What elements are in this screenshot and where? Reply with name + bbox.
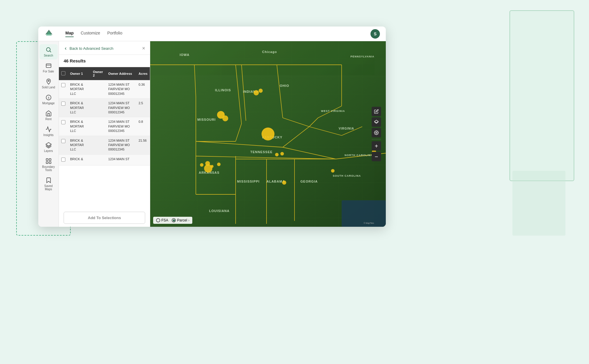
sidebar-label-boundary-tools: Boundary Tools	[41, 165, 57, 172]
cell-address: 1234 MAIN ST	[106, 154, 136, 165]
cell-acres	[136, 154, 150, 165]
svg-text:PENNSYLVANIA: PENNSYLVANIA	[350, 55, 374, 58]
cell-owner1: BRICK & MORTAR LLC	[68, 117, 90, 136]
row-checkbox[interactable]	[61, 83, 65, 87]
cell-address: 1234 MAIN ST FAIRVIEW MO 000012345	[106, 80, 136, 99]
map-toolbar: + −	[372, 107, 381, 161]
svg-text:© MapTiles: © MapTiles	[364, 222, 374, 224]
map-area[interactable]: IOWA Chicago PENNSYLVANIA ILLINOIS INDIA…	[150, 41, 386, 227]
sidebar-item-search[interactable]: Search	[39, 44, 58, 59]
layers-tool-button[interactable]	[372, 118, 381, 127]
search-panel: Back to Advanced Search × 46 Results Own…	[59, 41, 150, 227]
svg-text:SOUTH CAROLINA: SOUTH CAROLINA	[333, 174, 361, 177]
svg-point-87	[200, 163, 203, 167]
panel-header: Back to Advanced Search ×	[59, 41, 150, 55]
svg-point-94	[282, 181, 286, 185]
sidebar-label-sold-land: Sold Land	[42, 86, 55, 89]
row-checkbox[interactable]	[61, 102, 65, 106]
cell-acres: 0.36	[136, 80, 150, 99]
cell-owner2	[90, 136, 106, 154]
table-row[interactable]: BRICK & MORTAR LLC1234 MAIN ST FAIRVIEW …	[59, 99, 150, 117]
back-label: Back to Advanced Search	[70, 46, 113, 51]
main-content: Search For Sale Sold Land $	[38, 41, 386, 227]
svg-text:LOUISIANA: LOUISIANA	[209, 209, 230, 213]
col-address: Owner Address	[106, 67, 136, 80]
sidebar-item-for-sale[interactable]: For Sale	[39, 60, 58, 75]
cell-acres: 21.56	[136, 136, 150, 154]
table-row[interactable]: BRICK & MORTAR LLC1234 MAIN ST FAIRVIEW …	[59, 136, 150, 154]
sidebar-label-search: Search	[44, 54, 53, 57]
close-button[interactable]: ×	[142, 45, 145, 52]
sidebar-label-layers: Layers	[44, 149, 53, 153]
cell-acres: 2.5	[136, 99, 150, 117]
svg-text:IOWA: IOWA	[180, 53, 189, 57]
sidebar-item-sold-land[interactable]: Sold Land	[39, 76, 58, 91]
results-count: 46 Results	[59, 55, 150, 67]
sidebar-label-for-sale: For Sale	[43, 70, 54, 73]
svg-point-91	[275, 153, 279, 156]
svg-text:$: $	[48, 96, 49, 99]
svg-text:NORTH CAROLINA: NORTH CAROLINA	[345, 154, 373, 157]
fsa-radio-indicator	[156, 218, 160, 222]
nav-tabs: Map Customize Portfolio	[65, 31, 362, 37]
svg-text:ILLINOIS: ILLINOIS	[215, 88, 231, 92]
fsa-radio[interactable]: FSA	[156, 218, 168, 222]
svg-text:WEST VIRGINIA: WEST VIRGINIA	[321, 110, 345, 112]
svg-text:Chicago: Chicago	[262, 50, 277, 54]
svg-rect-12	[46, 162, 48, 163]
row-checkbox[interactable]	[61, 158, 65, 162]
svg-rect-11	[49, 159, 51, 161]
app-container: Map Customize Portfolio S Search For S	[38, 27, 386, 227]
sidebar-label-mortgage: Mortgage	[42, 102, 54, 105]
zoom-in-button[interactable]: +	[372, 141, 381, 151]
parcel-radio-indicator	[172, 218, 176, 222]
svg-point-96	[204, 164, 212, 173]
sidebar-item-mortgage[interactable]: $ Mortgage	[39, 92, 58, 107]
cell-acres: 0.8	[136, 117, 150, 136]
col-acres: Acres	[136, 67, 150, 80]
svg-point-92	[280, 152, 284, 155]
sidebar-item-insights[interactable]: Insights	[39, 124, 58, 139]
svg-point-83	[222, 115, 228, 121]
tab-customize[interactable]: Customize	[81, 31, 100, 37]
table-row[interactable]: BRICK & MORTAR LLC1234 MAIN ST FAIRVIEW …	[59, 80, 150, 99]
parcel-radio[interactable]: Parcel ›	[172, 218, 189, 222]
sidebar-item-saved-maps[interactable]: Saved Maps	[39, 175, 58, 193]
fsa-label: FSA	[161, 218, 168, 222]
sidebar-label-saved-maps: Saved Maps	[41, 184, 57, 191]
sidebar-item-boundary-tools[interactable]: Boundary Tools	[39, 155, 58, 174]
svg-text:GEORGIA: GEORGIA	[300, 180, 318, 183]
results-table: Owner 1 Owner 2 Owner Address Acres BRIC…	[59, 67, 150, 209]
svg-rect-10	[46, 159, 48, 161]
table-row[interactable]: BRICK &1234 MAIN ST	[59, 154, 150, 165]
table-row[interactable]: BRICK & MORTAR LLC1234 MAIN ST FAIRVIEW …	[59, 117, 150, 136]
cell-owner1: BRICK & MORTAR LLC	[68, 136, 90, 154]
svg-line-3	[50, 51, 51, 52]
zoom-out-button[interactable]: −	[372, 152, 381, 161]
settings-tool-button[interactable]	[372, 128, 381, 138]
svg-point-86	[262, 128, 274, 140]
sidebar-item-layers[interactable]: Layers	[39, 140, 58, 155]
tab-map[interactable]: Map	[65, 31, 74, 37]
tab-portfolio[interactable]: Portfolio	[107, 31, 122, 37]
cell-owner2	[90, 99, 106, 117]
svg-rect-4	[46, 64, 51, 68]
cell-owner1: BRICK & MORTAR LLC	[68, 99, 90, 117]
map-bottom-bar: FSA Parcel ›	[153, 217, 192, 224]
row-checkbox[interactable]	[61, 120, 65, 124]
sidebar-icons: Search For Sale Sold Land $	[38, 41, 59, 227]
cell-owner2	[90, 117, 106, 136]
sidebar-item-rent[interactable]: Rent	[39, 108, 58, 123]
map-background: IOWA Chicago PENNSYLVANIA ILLINOIS INDIA…	[150, 41, 386, 227]
map-svg: IOWA Chicago PENNSYLVANIA ILLINOIS INDIA…	[150, 41, 386, 227]
pencil-tool-button[interactable]	[372, 107, 381, 116]
user-avatar[interactable]: S	[370, 29, 380, 39]
svg-point-95	[331, 169, 335, 173]
add-to-selections-button[interactable]: Add To Selections	[64, 212, 145, 224]
back-button[interactable]: Back to Advanced Search	[64, 46, 139, 51]
select-all-checkbox[interactable]	[61, 71, 65, 75]
parcel-label: Parcel	[177, 218, 187, 222]
parcel-chevron-icon: ›	[188, 218, 189, 222]
cell-owner2	[90, 154, 106, 165]
row-checkbox[interactable]	[61, 139, 65, 143]
